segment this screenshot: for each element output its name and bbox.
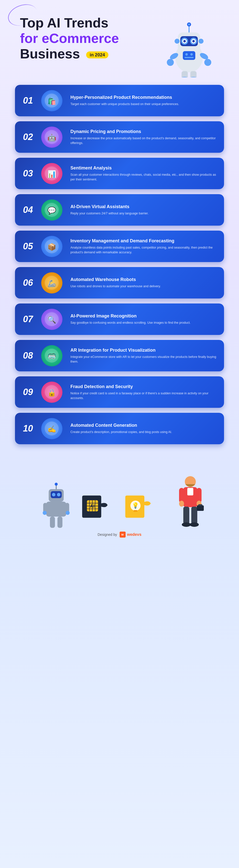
icon-circle-09: 🔒 (41, 381, 62, 403)
trend-card-07: 07 🔍 AI-Powered Image Recognition Say go… (15, 304, 224, 335)
trend-desc-04: Reply your customers 24/7 without any la… (70, 211, 218, 216)
icon-circle-10: ✍️ (41, 418, 62, 439)
trend-number-06: 06 (21, 278, 35, 288)
trend-icon-05: 📦 (38, 235, 65, 257)
icon-circle-04: 💬 (41, 199, 62, 221)
trend-card-01: 01 🛍️ Hyper-Personalized Product Recomme… (15, 85, 224, 116)
trend-icon-09: 🔒 (38, 381, 65, 403)
trend-icon-01: 🛍️ (38, 89, 65, 112)
svg-point-55 (43, 511, 47, 515)
svg-point-11 (188, 24, 190, 26)
yellow-puzzle-piece: 💡 (120, 489, 159, 524)
trend-number-07: 07 (21, 314, 35, 324)
svg-text:📦: 📦 (48, 243, 56, 251)
svg-point-48 (52, 493, 55, 496)
footer-section: AI 💡 (0, 454, 239, 545)
page-title: Top AI Trends for eCommerce Business in … (20, 15, 140, 61)
icon-circle-02: 🤖 (41, 127, 62, 148)
svg-point-49 (57, 493, 60, 496)
designed-by-text: Designed by (98, 533, 117, 536)
title-line2: for eCommerce (20, 31, 119, 46)
trend-title-07: AI-Powered Image Recognition (70, 313, 218, 319)
brand-name: wedevs (127, 532, 142, 537)
trend-text-08: AR Integration for Product Visualization… (68, 347, 218, 364)
svg-point-12 (175, 39, 180, 44)
trend-title-06: Automated Warehouse Robots (70, 277, 218, 282)
trend-number-05: 05 (21, 241, 35, 252)
trend-title-01: Hyper-Personalized Product Recommendatio… (70, 95, 218, 100)
trend-icon-03: 📊 (38, 162, 65, 185)
svg-rect-21 (184, 57, 193, 58)
icon-circle-08: 🥽 (41, 345, 62, 366)
icon-circle-03: 📊 (41, 163, 62, 184)
footer-robot-svg (40, 474, 72, 529)
svg-text:📊: 📊 (48, 170, 56, 178)
icon-circle-06: 🦾 (41, 272, 62, 293)
trend-number-01: 01 (21, 95, 35, 106)
trend-text-03: Sentiment Analysis Scan all your custome… (68, 165, 218, 182)
svg-rect-52 (46, 502, 66, 517)
svg-rect-78 (191, 507, 197, 524)
wedevs-icon: w (120, 532, 126, 537)
trend-card-03: 03 📊 Sentiment Analysis Scan all your cu… (15, 158, 224, 189)
svg-rect-82 (198, 504, 202, 506)
svg-point-20 (190, 53, 193, 56)
trend-title-05: Inventory Management and Demand Forecast… (70, 238, 218, 244)
svg-text:✍️: ✍️ (48, 425, 56, 433)
trend-desc-06: Use robots and drones to automate your w… (70, 284, 218, 289)
icon-circle-01: 🛍️ (41, 90, 62, 111)
trend-number-08: 08 (21, 350, 35, 361)
trend-number-04: 04 (21, 205, 35, 215)
svg-rect-58 (57, 517, 62, 528)
trend-desc-02: Increase or decrease the price automatic… (70, 136, 218, 146)
trend-card-05: 05 📦 Inventory Management and Demand For… (15, 230, 224, 262)
trend-icon-10: ✍️ (38, 417, 65, 440)
trend-number-10: 10 (21, 423, 35, 434)
svg-text:🥽: 🥽 (48, 352, 56, 361)
trend-title-02: Dynamic Pricing and Promotions (70, 129, 218, 134)
trend-number-09: 09 (21, 387, 35, 397)
svg-rect-23 (190, 71, 197, 78)
svg-rect-72 (187, 488, 193, 495)
page-wrapper: Top AI Trends for eCommerce Business in … (0, 0, 239, 545)
trend-title-03: Sentiment Analysis (70, 165, 218, 171)
trend-card-02: 02 🤖 Dynamic Pricing and Promotions Incr… (15, 121, 224, 153)
svg-rect-81 (197, 505, 204, 511)
svg-point-56 (66, 511, 70, 515)
trend-desc-03: Scan all your customer interactions thro… (70, 173, 218, 182)
trend-text-05: Inventory Management and Demand Forecast… (68, 238, 218, 255)
svg-text:💡: 💡 (131, 502, 139, 509)
title-line3: Business (20, 46, 80, 61)
trend-desc-01: Target each customer with unique product… (70, 102, 218, 106)
trend-card-09: 09 🔒 Fraud Detection and Security Notice… (15, 376, 224, 408)
trend-desc-10: Create product's description, promotiona… (70, 430, 218, 434)
svg-text:🤖: 🤖 (48, 133, 56, 142)
trend-title-10: Automated Content Generation (70, 423, 218, 428)
trend-title-08: AR Integration for Product Visualization (70, 347, 218, 353)
svg-rect-68 (133, 510, 137, 512)
title-line1: Top AI Trends (20, 15, 109, 30)
icon-circle-05: 📦 (41, 236, 62, 257)
svg-point-5 (183, 40, 186, 42)
trend-icon-04: 💬 (38, 199, 65, 221)
footer-branding: Designed by w wedevs (98, 532, 142, 537)
svg-point-79 (182, 522, 191, 527)
hero-robot-illustration (154, 7, 224, 78)
trend-desc-08: Integrate your eCommerce store with AR t… (70, 354, 218, 364)
dark-puzzle-piece: AI (80, 489, 120, 524)
trend-desc-05: Analyze countless data points including … (70, 245, 218, 255)
svg-text:🔍: 🔍 (48, 316, 56, 324)
svg-point-51 (55, 483, 58, 486)
svg-text:🔒: 🔒 (48, 389, 56, 397)
trend-card-10: 10 ✍️ Automated Content Generation Creat… (15, 413, 224, 444)
trend-number-02: 02 (21, 132, 35, 142)
robot-svg (154, 7, 224, 78)
trend-card-04: 04 💬 AI-Driven Virtual Assistants Reply … (15, 194, 224, 226)
trend-text-04: AI-Driven Virtual Assistants Reply your … (68, 204, 218, 216)
svg-rect-57 (50, 517, 55, 528)
trends-container: 01 🛍️ Hyper-Personalized Product Recomme… (0, 80, 239, 454)
trend-icon-02: 🤖 (38, 126, 65, 148)
trend-icon-07: 🔍 (38, 308, 65, 331)
trend-text-09: Fraud Detection and Security Notice if y… (68, 384, 218, 401)
trend-icon-06: 🦾 (38, 272, 65, 294)
